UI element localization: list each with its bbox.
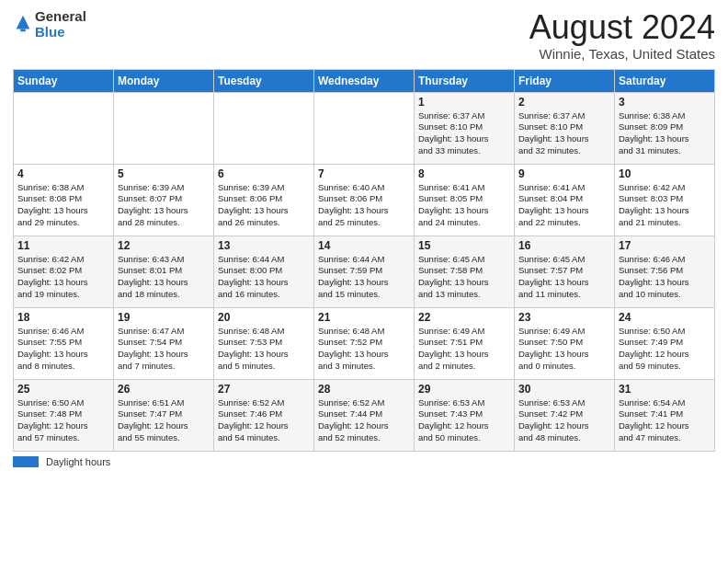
day-number: 20 (218, 311, 310, 324)
calendar-cell: 16Sunrise: 6:45 AM Sunset: 7:57 PM Dayli… (515, 236, 615, 307)
calendar-cell: 6Sunrise: 6:39 AM Sunset: 8:06 PM Daylig… (214, 164, 314, 236)
calendar-cell: 26Sunrise: 6:51 AM Sunset: 7:47 PM Dayli… (114, 379, 214, 451)
day-info: Sunrise: 6:42 AM Sunset: 8:02 PM Dayligh… (17, 254, 109, 301)
month-year: August 2024 (529, 9, 715, 46)
calendar-cell: 8Sunrise: 6:41 AM Sunset: 8:05 PM Daylig… (415, 164, 515, 236)
day-number: 22 (418, 311, 510, 324)
day-number: 25 (17, 383, 109, 396)
col-header-tuesday: Tuesday (214, 69, 314, 92)
calendar-cell (14, 92, 114, 164)
calendar-cell: 27Sunrise: 6:52 AM Sunset: 7:46 PM Dayli… (214, 379, 314, 451)
header: General Blue August 2024 Winnie, Texas, … (13, 9, 715, 62)
calendar-cell: 25Sunrise: 6:50 AM Sunset: 7:48 PM Dayli… (14, 379, 114, 451)
day-number: 4 (17, 167, 109, 180)
calendar-cell: 4Sunrise: 6:38 AM Sunset: 8:08 PM Daylig… (14, 164, 114, 236)
day-info: Sunrise: 6:44 AM Sunset: 7:59 PM Dayligh… (318, 254, 410, 301)
calendar-cell (114, 92, 214, 164)
calendar-cell: 2Sunrise: 6:37 AM Sunset: 8:10 PM Daylig… (515, 92, 615, 164)
day-info: Sunrise: 6:53 AM Sunset: 7:43 PM Dayligh… (418, 397, 510, 444)
calendar-cell: 14Sunrise: 6:44 AM Sunset: 7:59 PM Dayli… (314, 236, 415, 307)
calendar-cell: 1Sunrise: 6:37 AM Sunset: 8:10 PM Daylig… (415, 92, 515, 164)
day-number: 30 (518, 383, 610, 396)
calendar-cell: 12Sunrise: 6:43 AM Sunset: 8:01 PM Dayli… (114, 236, 214, 307)
day-number: 2 (518, 96, 610, 109)
day-number: 14 (318, 239, 410, 252)
logo-text: General Blue (35, 9, 86, 40)
calendar-cell: 24Sunrise: 6:50 AM Sunset: 7:49 PM Dayli… (615, 307, 715, 379)
col-header-friday: Friday (515, 69, 615, 92)
day-number: 8 (418, 167, 510, 180)
day-info: Sunrise: 6:45 AM Sunset: 7:57 PM Dayligh… (518, 254, 610, 301)
day-info: Sunrise: 6:49 AM Sunset: 7:51 PM Dayligh… (418, 326, 510, 373)
day-number: 10 (619, 167, 711, 180)
week-row-1: 1Sunrise: 6:37 AM Sunset: 8:10 PM Daylig… (14, 92, 715, 164)
day-info: Sunrise: 6:46 AM Sunset: 7:55 PM Dayligh… (17, 326, 109, 373)
calendar-cell: 21Sunrise: 6:48 AM Sunset: 7:52 PM Dayli… (314, 307, 415, 379)
day-number: 29 (418, 383, 510, 396)
day-number: 18 (17, 311, 109, 324)
day-number: 24 (619, 311, 711, 324)
day-number: 15 (418, 239, 510, 252)
day-number: 16 (518, 239, 610, 252)
day-info: Sunrise: 6:46 AM Sunset: 7:56 PM Dayligh… (619, 254, 711, 301)
calendar-cell: 28Sunrise: 6:52 AM Sunset: 7:44 PM Dayli… (314, 379, 415, 451)
day-info: Sunrise: 6:52 AM Sunset: 7:46 PM Dayligh… (218, 397, 310, 444)
day-info: Sunrise: 6:40 AM Sunset: 8:06 PM Dayligh… (318, 182, 410, 229)
day-number: 12 (118, 239, 210, 252)
calendar-cell: 17Sunrise: 6:46 AM Sunset: 7:56 PM Dayli… (615, 236, 715, 307)
col-header-sunday: Sunday (14, 69, 114, 92)
col-header-wednesday: Wednesday (314, 69, 415, 92)
day-number: 5 (118, 167, 210, 180)
week-row-3: 11Sunrise: 6:42 AM Sunset: 8:02 PM Dayli… (14, 236, 715, 307)
day-info: Sunrise: 6:52 AM Sunset: 7:44 PM Dayligh… (318, 397, 410, 444)
calendar-cell: 20Sunrise: 6:48 AM Sunset: 7:53 PM Dayli… (214, 307, 314, 379)
col-header-monday: Monday (114, 69, 214, 92)
calendar-cell: 31Sunrise: 6:54 AM Sunset: 7:41 PM Dayli… (615, 379, 715, 451)
day-info: Sunrise: 6:42 AM Sunset: 8:03 PM Dayligh… (619, 182, 711, 229)
calendar-cell: 29Sunrise: 6:53 AM Sunset: 7:43 PM Dayli… (415, 379, 515, 451)
calendar-cell: 11Sunrise: 6:42 AM Sunset: 8:02 PM Dayli… (14, 236, 114, 307)
day-info: Sunrise: 6:48 AM Sunset: 7:52 PM Dayligh… (318, 326, 410, 373)
day-info: Sunrise: 6:37 AM Sunset: 8:10 PM Dayligh… (418, 110, 510, 157)
day-info: Sunrise: 6:41 AM Sunset: 8:04 PM Dayligh… (518, 182, 610, 229)
day-info: Sunrise: 6:45 AM Sunset: 7:58 PM Dayligh… (418, 254, 510, 301)
calendar-cell: 10Sunrise: 6:42 AM Sunset: 8:03 PM Dayli… (615, 164, 715, 236)
day-number: 28 (318, 383, 410, 396)
day-info: Sunrise: 6:50 AM Sunset: 7:49 PM Dayligh… (619, 326, 711, 373)
day-info: Sunrise: 6:37 AM Sunset: 8:10 PM Dayligh… (518, 110, 610, 157)
svg-marker-0 (17, 15, 30, 29)
day-info: Sunrise: 6:51 AM Sunset: 7:47 PM Dayligh… (118, 397, 210, 444)
day-info: Sunrise: 6:53 AM Sunset: 7:42 PM Dayligh… (518, 397, 610, 444)
calendar-cell: 5Sunrise: 6:39 AM Sunset: 8:07 PM Daylig… (114, 164, 214, 236)
day-info: Sunrise: 6:47 AM Sunset: 7:54 PM Dayligh… (118, 326, 210, 373)
day-info: Sunrise: 6:49 AM Sunset: 7:50 PM Dayligh… (518, 326, 610, 373)
location: Winnie, Texas, United States (529, 46, 715, 62)
col-header-saturday: Saturday (615, 69, 715, 92)
title-block: August 2024 Winnie, Texas, United States (529, 9, 715, 62)
day-number: 27 (218, 383, 310, 396)
day-info: Sunrise: 6:50 AM Sunset: 7:48 PM Dayligh… (17, 397, 109, 444)
logo-blue: Blue (35, 25, 86, 40)
week-row-4: 18Sunrise: 6:46 AM Sunset: 7:55 PM Dayli… (14, 307, 715, 379)
day-number: 3 (619, 96, 711, 109)
day-number: 21 (318, 311, 410, 324)
header-row: SundayMondayTuesdayWednesdayThursdayFrid… (14, 69, 715, 92)
day-info: Sunrise: 6:48 AM Sunset: 7:53 PM Dayligh… (218, 326, 310, 373)
svg-rect-1 (20, 29, 26, 31)
footer: Daylight hours (13, 456, 715, 467)
calendar-cell: 22Sunrise: 6:49 AM Sunset: 7:51 PM Dayli… (415, 307, 515, 379)
day-number: 1 (418, 96, 510, 109)
day-number: 17 (619, 239, 711, 252)
day-info: Sunrise: 6:43 AM Sunset: 8:01 PM Dayligh… (118, 254, 210, 301)
calendar-cell: 13Sunrise: 6:44 AM Sunset: 8:00 PM Dayli… (214, 236, 314, 307)
day-number: 9 (518, 167, 610, 180)
day-info: Sunrise: 6:41 AM Sunset: 8:05 PM Dayligh… (418, 182, 510, 229)
calendar-cell: 23Sunrise: 6:49 AM Sunset: 7:50 PM Dayli… (515, 307, 615, 379)
logo-general: General (35, 9, 86, 25)
day-info: Sunrise: 6:39 AM Sunset: 8:06 PM Dayligh… (218, 182, 310, 229)
day-number: 26 (118, 383, 210, 396)
calendar-cell (314, 92, 415, 164)
logo: General Blue (13, 9, 86, 40)
day-info: Sunrise: 6:44 AM Sunset: 8:00 PM Dayligh… (218, 254, 310, 301)
calendar-cell: 30Sunrise: 6:53 AM Sunset: 7:42 PM Dayli… (515, 379, 615, 451)
